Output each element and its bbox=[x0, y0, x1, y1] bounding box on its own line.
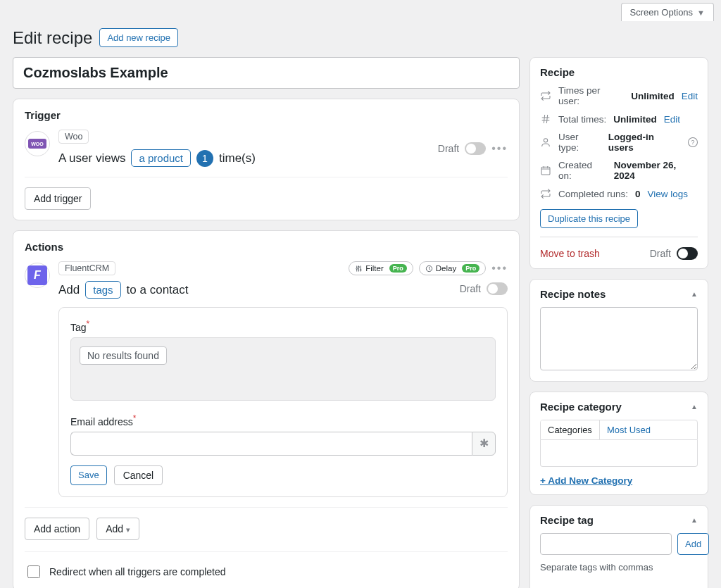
cancel-button[interactable]: Cancel bbox=[114, 465, 163, 485]
tab-most-used[interactable]: Most Used bbox=[600, 420, 658, 439]
trigger-sentence-post: time(s) bbox=[219, 151, 256, 165]
page-title: Edit recipe bbox=[13, 27, 92, 49]
add-action-button[interactable]: Add action bbox=[25, 518, 89, 540]
action-more-icon[interactable]: ••• bbox=[491, 262, 508, 275]
action-sentence-pre: Add bbox=[58, 283, 80, 297]
caret-down-icon: ▼ bbox=[697, 8, 705, 17]
recipe-notes-textarea[interactable] bbox=[540, 307, 698, 370]
trigger-more-icon[interactable]: ••• bbox=[491, 142, 508, 155]
svg-rect-5 bbox=[541, 168, 550, 175]
email-field[interactable] bbox=[70, 432, 472, 456]
trigger-panel: Trigger WOO Woo A user views a product 1… bbox=[13, 99, 520, 220]
trigger-integration-name: Woo bbox=[58, 130, 89, 144]
recipe-meta-box: Recipe Times per user: Unlimited Edit To… bbox=[529, 57, 708, 269]
trigger-status: Draft bbox=[438, 143, 459, 154]
woo-integration-icon: WOO bbox=[25, 131, 50, 156]
action-token-tags[interactable]: tags bbox=[85, 281, 120, 299]
recipe-box-title: Recipe bbox=[540, 66, 698, 78]
tab-categories[interactable]: Categories bbox=[541, 420, 600, 439]
screen-options-label: Screen Options bbox=[630, 7, 694, 18]
recipe-status: Draft bbox=[650, 248, 671, 259]
recipe-category-box: Recipe category ▲ Categories Most Used +… bbox=[529, 392, 708, 495]
chevron-down-icon: ▾ bbox=[126, 525, 130, 534]
collapse-icon[interactable]: ▲ bbox=[691, 290, 698, 298]
category-list[interactable] bbox=[540, 440, 698, 467]
tag-no-results: No results found bbox=[80, 346, 167, 365]
redirect-checkbox-label: Redirect when all triggers are completed bbox=[49, 566, 226, 577]
add-new-recipe-button[interactable]: Add new recipe bbox=[99, 28, 178, 47]
action-toggle[interactable] bbox=[487, 282, 508, 295]
trigger-token-product[interactable]: a product bbox=[131, 149, 191, 167]
tag-field-label: Tag* bbox=[70, 319, 496, 333]
edit-total-times[interactable]: Edit bbox=[664, 114, 680, 125]
redirect-checkbox[interactable] bbox=[27, 565, 40, 578]
repeat-icon bbox=[540, 90, 551, 101]
actions-panel: Actions F FluentCRM Add tags to a contac… bbox=[13, 230, 520, 588]
clock-icon bbox=[425, 265, 433, 273]
user-icon bbox=[540, 137, 551, 148]
recipe-title-input[interactable] bbox=[13, 57, 520, 89]
trigger-section-title: Trigger bbox=[25, 109, 508, 121]
svg-point-0 bbox=[356, 268, 358, 269]
trigger-sentence-pre: A user views bbox=[58, 151, 125, 165]
add-tag-button[interactable]: Add bbox=[677, 533, 709, 555]
add-trigger-button[interactable]: Add trigger bbox=[25, 187, 91, 210]
hash-icon bbox=[540, 113, 551, 125]
tag-hint: Separate tags with commas bbox=[540, 562, 698, 573]
duplicate-recipe-button[interactable]: Duplicate this recipe bbox=[540, 209, 638, 228]
action-sentence-post: to a contact bbox=[127, 283, 189, 297]
add-dropdown-button[interactable]: Add ▾ bbox=[96, 518, 139, 540]
move-to-trash-link[interactable]: Move to trash bbox=[540, 248, 600, 259]
recipe-tag-box: Recipe tag ▲ Add Separate tags with comm… bbox=[529, 505, 708, 588]
recipe-notes-title: Recipe notes bbox=[540, 288, 606, 300]
pro-badge: Pro bbox=[389, 264, 407, 273]
calendar-icon bbox=[540, 165, 551, 176]
collapse-icon[interactable]: ▲ bbox=[691, 516, 698, 524]
action-filter-chip[interactable]: Filter Pro bbox=[349, 261, 413, 275]
recipe-notes-box: Recipe notes ▲ bbox=[529, 279, 708, 382]
trigger-count-badge[interactable]: 1 bbox=[196, 150, 213, 167]
view-logs-link[interactable]: View logs bbox=[648, 189, 689, 199]
recipe-category-title: Recipe category bbox=[540, 401, 622, 413]
pro-badge: Pro bbox=[462, 264, 479, 273]
filter-icon bbox=[355, 265, 363, 273]
actions-section-title: Actions bbox=[25, 241, 508, 253]
tag-input[interactable] bbox=[540, 533, 672, 555]
save-button[interactable]: Save bbox=[70, 465, 107, 485]
help-icon[interactable]: ? bbox=[688, 137, 698, 147]
recipe-publish-toggle[interactable] bbox=[677, 247, 698, 260]
collapse-icon[interactable]: ▲ bbox=[691, 403, 698, 411]
fluentcrm-integration-icon: F bbox=[25, 263, 50, 288]
svg-point-4 bbox=[544, 139, 547, 142]
svg-point-2 bbox=[360, 269, 362, 270]
action-integration-name: FluentCRM bbox=[58, 261, 115, 275]
tag-input-area[interactable]: No results found bbox=[70, 337, 496, 401]
recipe-tag-title: Recipe tag bbox=[540, 514, 594, 526]
action-delay-chip[interactable]: Delay Pro bbox=[419, 261, 486, 275]
action-status: Draft bbox=[460, 283, 481, 294]
token-picker-icon[interactable]: ✱ bbox=[472, 432, 496, 456]
trigger-toggle[interactable] bbox=[465, 142, 486, 155]
repeat-icon bbox=[540, 188, 551, 199]
screen-options-button[interactable]: Screen Options ▼ bbox=[621, 3, 715, 21]
action-config-panel: Tag* No results found Email address* ✱ S… bbox=[58, 307, 508, 496]
email-field-label: Email address* bbox=[70, 413, 496, 427]
edit-times-per-user[interactable]: Edit bbox=[682, 91, 698, 101]
add-new-category-link[interactable]: + Add New Category bbox=[540, 475, 632, 486]
